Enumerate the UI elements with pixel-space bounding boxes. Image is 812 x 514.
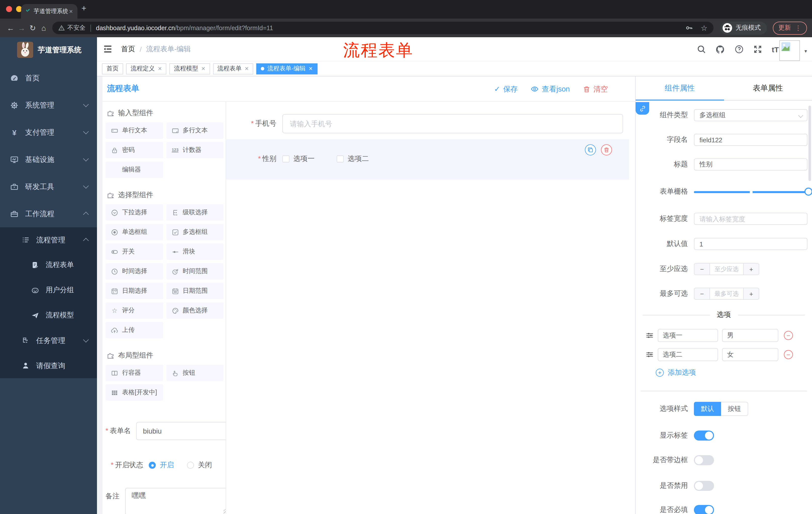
form-remark-textarea[interactable]: 嘿嘿: [125, 488, 226, 514]
stepper-decrease-button[interactable]: −: [694, 264, 709, 275]
drag-handle-icon[interactable]: [646, 351, 654, 359]
tab-form-props[interactable]: 表单属性: [724, 77, 812, 100]
address-bar[interactable]: 不安全 dashboard.yudao.iocoder.cn/bpm/manag…: [52, 22, 714, 34]
sidebar-item-infra[interactable]: 基础设施: [0, 146, 97, 173]
sidebar-item-devtools[interactable]: 研发工具: [0, 173, 97, 200]
sidebar-item-system[interactable]: 系统管理: [0, 91, 97, 119]
slider-handle[interactable]: [805, 188, 812, 196]
max-select-input[interactable]: [709, 288, 744, 299]
panel-scrollbar-thumb[interactable]: [809, 106, 811, 181]
palette-item-date-range[interactable]: 日期范围: [166, 283, 224, 299]
tag-process-form-edit[interactable]: 流程表单-编辑✕: [256, 63, 317, 74]
option1-label-input[interactable]: [658, 329, 718, 342]
min-select-input[interactable]: [709, 264, 744, 275]
sidebar-item-process-form[interactable]: 流程表单: [0, 252, 97, 278]
status-on-label[interactable]: 开启: [160, 461, 174, 470]
style-button-button[interactable]: 按钮: [721, 402, 748, 416]
stepper-increase-button[interactable]: +: [744, 264, 759, 275]
remove-option-button[interactable]: −: [784, 350, 793, 359]
bookmark-star-icon[interactable]: ☆: [701, 23, 707, 32]
palette-item-date-picker[interactable]: 日期选择: [106, 283, 163, 299]
font-size-icon[interactable]: tT: [772, 45, 779, 54]
field-name-input[interactable]: [694, 134, 808, 146]
palette-item-time-picker[interactable]: 时间选择: [106, 263, 163, 280]
palette-item-rate[interactable]: ☆ 评分: [106, 302, 163, 319]
default-value-input[interactable]: [694, 238, 808, 250]
tag-close-icon[interactable]: ✕: [158, 66, 162, 72]
sidebar-item-process-model[interactable]: 流程模型: [0, 303, 97, 328]
disabled-toggle[interactable]: [694, 481, 714, 491]
help-icon[interactable]: [735, 45, 744, 54]
palette-item-select[interactable]: 下拉选择: [106, 204, 163, 221]
palette-item-button[interactable]: 按钮: [166, 364, 224, 381]
gender-option2-label[interactable]: 选项二: [348, 154, 369, 163]
close-window-button[interactable]: [6, 6, 12, 12]
canvas-field-phone[interactable]: *手机号: [226, 114, 623, 133]
chrome-update-button[interactable]: 更新 ⋮: [773, 21, 807, 34]
tag-process-model[interactable]: 流程模型✕: [170, 63, 210, 74]
gender-option1-label[interactable]: 选项一: [293, 154, 315, 163]
drag-handle-icon[interactable]: [646, 331, 654, 340]
label-width-input[interactable]: [694, 213, 808, 225]
show-label-toggle[interactable]: [694, 431, 714, 440]
palette-item-checkbox-group[interactable]: 多选框组: [166, 224, 224, 240]
fullscreen-icon[interactable]: [753, 45, 762, 54]
border-toggle[interactable]: [694, 455, 714, 465]
tab-component-props[interactable]: 组件属性: [636, 77, 724, 100]
save-button[interactable]: ✓ 保存: [494, 84, 518, 94]
tag-process-definition[interactable]: 流程定义✕: [126, 63, 167, 74]
browser-tab[interactable]: 芋道管理系统 ×: [21, 4, 77, 19]
form-grid-slider[interactable]: [694, 188, 809, 196]
tab-close-icon[interactable]: ×: [68, 7, 74, 15]
sidebar-item-home[interactable]: 首页: [0, 64, 97, 91]
view-json-button[interactable]: 查看json: [531, 84, 570, 94]
palette-item-editor[interactable]: 编辑器: [106, 161, 163, 178]
security-label[interactable]: 不安全: [67, 24, 85, 32]
status-off-radio[interactable]: [187, 462, 194, 469]
status-off-label[interactable]: 关闭: [198, 461, 212, 470]
sidebar-item-payment[interactable]: ¥ 支付管理: [0, 119, 97, 146]
textarea-resize-grip[interactable]: [224, 509, 226, 514]
stepper-decrease-button[interactable]: −: [694, 288, 709, 299]
palette-item-slider[interactable]: 滑块: [166, 243, 224, 260]
style-default-button[interactable]: 默认: [694, 402, 721, 416]
avatar[interactable]: [779, 40, 800, 61]
option2-label-input[interactable]: [658, 348, 718, 361]
form-name-input[interactable]: [137, 422, 226, 440]
palette-item-table[interactable]: 表格[开发中]: [106, 384, 163, 401]
tag-close-icon[interactable]: ✕: [201, 66, 205, 72]
sidebar-item-task-mgmt[interactable]: 任务管理: [0, 328, 97, 353]
home-icon[interactable]: ⌂: [38, 24, 49, 32]
palette-item-time-range[interactable]: 时间范围: [166, 263, 224, 280]
add-option-button[interactable]: + 添加选项: [656, 368, 696, 377]
stepper-increase-button[interactable]: +: [744, 288, 759, 299]
sidebar-item-leave-query[interactable]: 请假查询: [0, 353, 97, 378]
hamburger-icon[interactable]: [103, 44, 113, 54]
canvas-field-gender-selected[interactable]: *性别 选项一 选项二: [226, 139, 629, 180]
palette-item-color-picker[interactable]: 颜色选择: [166, 302, 224, 319]
option1-value-input[interactable]: [722, 329, 778, 342]
palette-item-single-text[interactable]: 单行文本: [106, 122, 163, 139]
forward-icon[interactable]: →: [16, 24, 27, 32]
clear-button[interactable]: 清空: [583, 84, 608, 94]
option2-value-input[interactable]: [722, 348, 778, 361]
back-icon[interactable]: ←: [5, 24, 16, 32]
title-input[interactable]: [694, 158, 808, 170]
palette-item-upload[interactable]: 上传: [106, 322, 163, 339]
palette-item-multi-text[interactable]: 多行文本: [166, 122, 224, 139]
palette-item-cascader[interactable]: 级联选择: [166, 204, 224, 221]
tag-close-icon[interactable]: ✕: [309, 66, 313, 72]
required-toggle[interactable]: [694, 505, 714, 514]
gender-option2-checkbox[interactable]: [337, 155, 344, 162]
browser-menu-icon[interactable]: ⋮: [795, 24, 802, 32]
component-type-select[interactable]: 多选框组: [694, 109, 808, 121]
password-key-icon[interactable]: [685, 24, 693, 32]
sidebar-item-process-mgmt[interactable]: 流程管理: [0, 227, 97, 252]
palette-item-radio-group[interactable]: 单选框组: [106, 224, 163, 240]
palette-item-row-container[interactable]: 行容器: [106, 364, 163, 381]
avatar-caret-icon[interactable]: ▾: [805, 48, 807, 54]
delete-component-button[interactable]: [601, 144, 612, 155]
tag-home[interactable]: 首页: [102, 63, 123, 74]
copy-component-button[interactable]: [585, 144, 596, 155]
breadcrumb-home[interactable]: 首页: [121, 45, 135, 54]
